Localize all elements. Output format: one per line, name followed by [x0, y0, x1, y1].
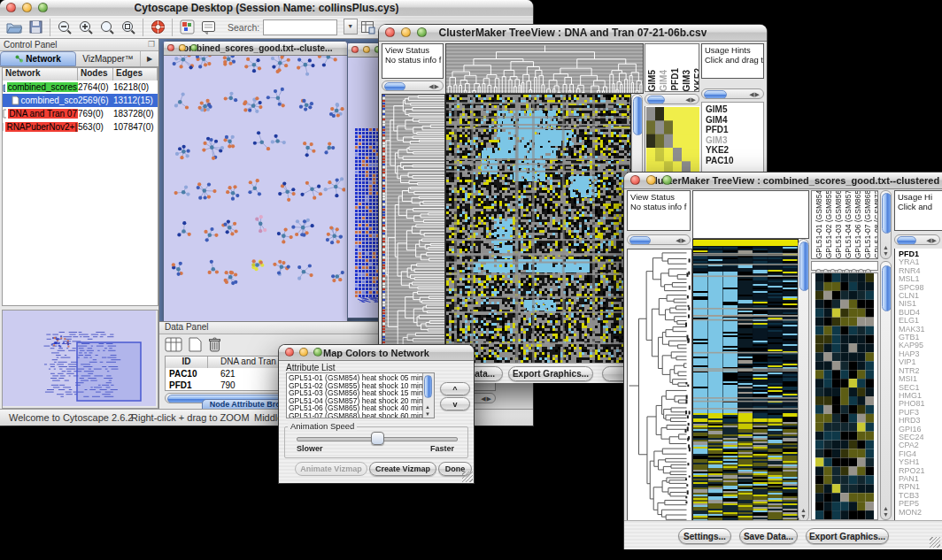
tv2-hints-hscrollbar[interactable]: ◀▶	[894, 234, 940, 245]
float-panel-icon[interactable]: ❐	[148, 40, 155, 49]
column-label[interactable]: PFD1	[670, 68, 680, 91]
tv2-row-dendrogram[interactable]	[627, 249, 692, 522]
create-vizmap-button[interactable]: Create Vizmap	[369, 462, 436, 476]
scrollbar-thumb[interactable]	[897, 236, 916, 245]
speed-slider-thumb[interactable]	[371, 432, 384, 445]
close-button[interactable]	[385, 27, 395, 37]
zoom-button[interactable]	[190, 44, 197, 51]
col-edges[interactable]: Edges	[113, 68, 158, 81]
column-label[interactable]: GPL51-08 (GSM872)	[873, 190, 878, 258]
column-label[interactable]: GIM4	[659, 70, 668, 91]
row-label[interactable]: GIM3	[706, 135, 763, 146]
attribute-list-vscrollbar[interactable]: ▲ ▼	[422, 373, 434, 418]
birdseye-canvas[interactable]	[3, 311, 156, 406]
tab-vizmapper[interactable]: VizMapper™	[76, 51, 140, 66]
tv1-column-dendrogram[interactable]	[445, 43, 644, 94]
trash-icon[interactable]	[208, 337, 221, 352]
open-folder-icon[interactable]	[4, 18, 25, 37]
row-label[interactable]: GIM4	[706, 115, 763, 126]
column-label[interactable]: GPL51-01 (GSM854)	[815, 190, 823, 258]
scrollbar-thumb[interactable]	[384, 82, 405, 91]
row-label[interactable]: YKE2	[706, 145, 763, 156]
tv2-heatmap[interactable]	[692, 239, 799, 522]
scrollbar-thumb[interactable]	[882, 193, 892, 234]
move-down-button[interactable]: v	[440, 397, 470, 410]
zoom-button[interactable]	[662, 175, 672, 185]
resize-grip[interactable]	[462, 472, 473, 482]
vizmap-node-icon[interactable]	[176, 18, 197, 37]
new-document-icon[interactable]	[189, 337, 202, 352]
attribute-table-icon[interactable]	[358, 18, 379, 37]
table-icon[interactable]	[165, 337, 182, 352]
zoom-out-icon[interactable]	[54, 18, 75, 37]
close-button[interactable]	[6, 3, 16, 12]
row-label[interactable]: PFD1	[706, 125, 763, 135]
minimize-button[interactable]	[646, 175, 656, 185]
tv1-heatmap[interactable]	[445, 94, 631, 364]
minimize-button[interactable]	[363, 46, 370, 53]
tv2-heatmap-vscrollbar[interactable]: ▲▼	[798, 239, 809, 522]
row-label[interactable]: PAC10	[706, 156, 763, 166]
scrollbar-thumb[interactable]	[704, 90, 727, 99]
tv2-zoom-vscrollbar[interactable]: ▲▼	[880, 261, 892, 520]
search-input[interactable]	[263, 19, 337, 35]
zoom-button[interactable]	[417, 27, 427, 37]
tv1-labels-hscrollbar[interactable]: ◀▶	[645, 94, 699, 104]
zoom-button[interactable]	[313, 348, 322, 357]
column-label[interactable]: GIM5	[647, 70, 657, 91]
resize-grip[interactable]	[930, 537, 940, 548]
tv2-zoom-heatmap[interactable]	[815, 273, 874, 519]
col-nodes[interactable]: Nodes	[78, 68, 113, 81]
close-button[interactable]	[630, 175, 640, 185]
column-label[interactable]: GPL51-07 (GSM868)	[863, 190, 872, 258]
tv2-status-hscrollbar[interactable]: ◀▶	[627, 234, 691, 245]
annotation-icon[interactable]	[197, 18, 219, 37]
scrollbar-thumb[interactable]	[799, 242, 809, 291]
column-label[interactable]: GPL51-03 (GSM856)	[834, 190, 843, 258]
column-label[interactable]: GPL51-02 (GSM855)	[824, 190, 833, 258]
column-label[interactable]: YKE2	[693, 68, 699, 91]
tv2-labels-vscrollbar[interactable]: ▲▼	[880, 190, 892, 259]
minimize-button[interactable]	[179, 44, 186, 51]
close-button[interactable]	[285, 348, 294, 357]
network-row-rnapuber[interactable]: RNAPuberNov2+| 563(0) 107847(0)	[3, 120, 158, 134]
network-canvas[interactable]	[164, 42, 345, 306]
scrollbar-thumb[interactable]	[629, 236, 651, 245]
birdseye-view[interactable]	[2, 310, 158, 409]
dialog-titlebar[interactable]: Map Colors to Network	[279, 345, 474, 361]
tv2-column-dendrogram[interactable]	[692, 190, 809, 239]
help-lifesaver-icon[interactable]	[147, 18, 168, 37]
network-view-titlebar[interactable]: combined_scores_good.txt--cluste...	[164, 42, 347, 56]
treeview2-titlebar[interactable]: ClusterMaker TreeView : combined_scores_…	[624, 173, 942, 189]
animate-vizmap-button[interactable]: Animate Vizmap	[295, 462, 367, 476]
tv1-row-dendrogram[interactable]	[382, 94, 445, 364]
close-button[interactable]	[351, 46, 359, 53]
scrollbar-thumb[interactable]	[633, 96, 643, 135]
scrollbar-thumb[interactable]	[882, 265, 892, 311]
scrollbar-thumb[interactable]	[647, 96, 665, 104]
minimize-button[interactable]	[299, 348, 308, 357]
zoom-selected-icon[interactable]	[118, 18, 139, 37]
main-titlebar[interactable]: Cytoscape Desktop (Session Name: collins…	[0, 0, 533, 17]
zoom-button[interactable]	[38, 3, 48, 12]
zoom-fit-icon[interactable]	[97, 18, 118, 37]
attribute-list-item[interactable]: GPL51-07 (GSM868) heat shock 60 min	[289, 412, 432, 418]
treeview1-titlebar[interactable]: ClusterMaker TreeView : DNA and Tran 07-…	[379, 25, 767, 42]
column-label[interactable]: GPL51-04 (GSM857)	[844, 190, 853, 258]
tab-network[interactable]: Network	[0, 51, 76, 66]
tab-overflow-button[interactable]: ▶	[140, 51, 158, 66]
scrollbar-thumb[interactable]	[424, 375, 432, 398]
export-graphics-button[interactable]: Export Graphics...	[806, 528, 889, 544]
column-label[interactable]: GIM3	[682, 70, 691, 91]
network-row-combined-scores[interactable]: combined_scores 2764(0) 16218(0)	[3, 81, 158, 94]
settings-button[interactable]: Settings...	[678, 528, 731, 544]
save-data-button[interactable]: Save Data...	[739, 528, 798, 544]
zoom-in-icon[interactable]	[75, 18, 97, 37]
gene-label[interactable]: MON2	[899, 509, 942, 517]
minimize-button[interactable]	[22, 3, 32, 12]
row-label[interactable]: GIM5	[706, 104, 763, 115]
save-icon[interactable]	[25, 18, 46, 37]
minimize-button[interactable]	[401, 27, 411, 37]
close-button[interactable]	[167, 44, 174, 51]
tv1-hints-hscrollbar[interactable]: ◀▶	[701, 88, 764, 99]
